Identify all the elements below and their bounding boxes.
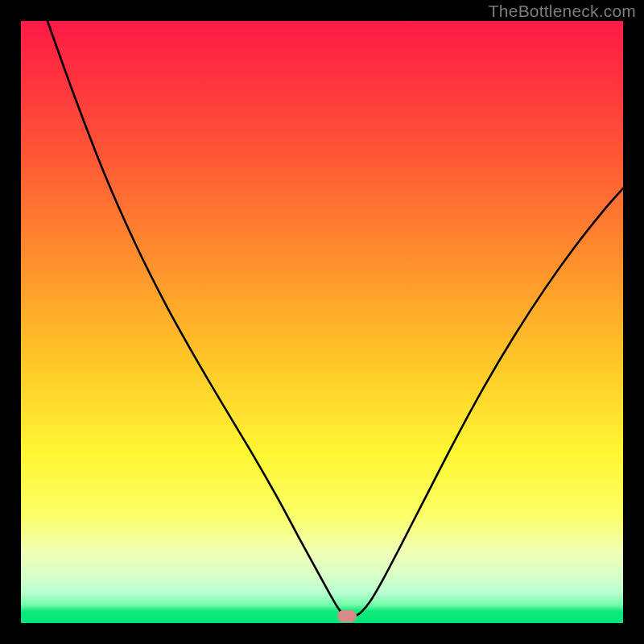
optimal-marker [337,610,357,622]
chart-frame: TheBottleneck.com [0,0,644,644]
bottleneck-curve [21,21,623,623]
watermark-label: TheBottleneck.com [489,2,636,21]
plot-area [21,21,623,623]
